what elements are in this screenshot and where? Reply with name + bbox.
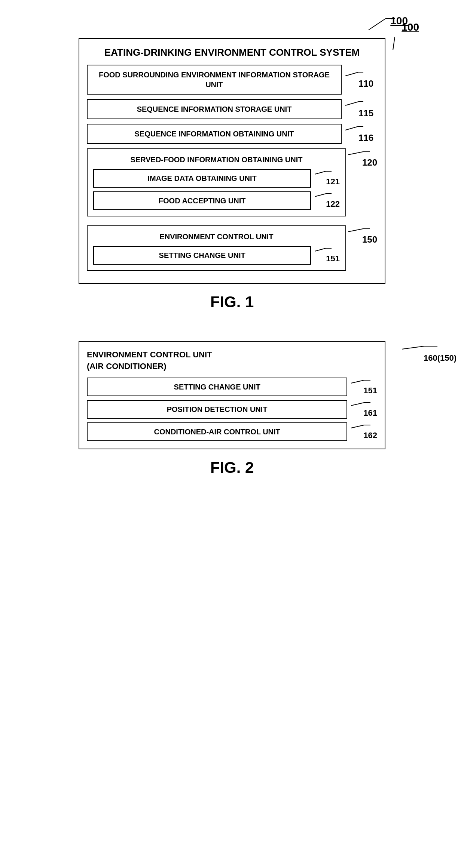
- svg-line-25: [402, 346, 424, 349]
- ref-num-151-fig1: 151: [326, 254, 340, 264]
- fig2-env-title: ENVIRONMENT CONTROL UNIT (AIR CONDITIONE…: [87, 349, 377, 372]
- svg-line-16: [348, 229, 363, 232]
- inner-row-122: FOOD ACCEPTING UNIT 122: [93, 191, 340, 210]
- svg-line-0: [369, 19, 385, 30]
- fig2-ref-162: 162: [363, 431, 377, 440]
- ref-num-116: 116: [358, 133, 377, 143]
- fig2-outer-box: ENVIRONMENT CONTROL UNIT (AIR CONDITIONE…: [79, 341, 385, 450]
- ref-num-110: 110: [358, 79, 377, 89]
- ref-num-150: 150: [362, 234, 377, 245]
- fig1-outer-box: EATING-DRINKING ENVIRONMENT CONTROL SYST…: [79, 38, 385, 284]
- fig1-section: 100 EATING-DRINKING ENVIRONMENT CONTROL …: [64, 15, 400, 326]
- svg-line-6: [345, 126, 358, 130]
- system-title: EATING-DRINKING ENVIRONMENT CONTROL SYST…: [87, 46, 377, 59]
- fig2-row-151: SETTING CHANGE UNIT 151: [87, 378, 377, 396]
- served-food-title: SERVED-FOOD INFORMATION OBTAINING UNIT: [93, 155, 340, 164]
- unit-row-110: FOOD SURROUNDING ENVIRONMENT INFORMATION…: [87, 65, 377, 95]
- inner-row-151: SETTING CHANGE UNIT 151: [93, 246, 340, 265]
- svg-line-2: [345, 72, 358, 76]
- ref-num-120: 120: [362, 157, 377, 168]
- svg-line-10: [315, 194, 326, 197]
- env-control-container: ENVIRONMENT CONTROL UNIT SETTING CHANGE …: [87, 225, 346, 271]
- svg-line-23: [351, 425, 364, 428]
- fig2-unit-161: POSITION DETECTION UNIT: [87, 400, 347, 419]
- svg-line-4: [345, 102, 358, 105]
- diagram-container: 100 EATING-DRINKING ENVIRONMENT CONTROL …: [64, 15, 400, 492]
- inner-row-121: IMAGE DATA OBTAINING UNIT 121: [93, 169, 340, 188]
- svg-line-21: [351, 403, 364, 406]
- unit-box-151-fig1: SETTING CHANGE UNIT: [93, 246, 311, 265]
- ref-num-121: 121: [326, 177, 340, 187]
- served-food-container: SERVED-FOOD INFORMATION OBTAINING UNIT I…: [87, 148, 346, 216]
- fig2-ref-161: 161: [363, 408, 377, 418]
- svg-line-14: [315, 248, 326, 251]
- fig2-row-162: CONDITIONED-AIR CONTROL UNIT 162: [87, 422, 377, 441]
- unit-box-121: IMAGE DATA OBTAINING UNIT: [93, 169, 311, 188]
- ref-num-122: 122: [326, 199, 340, 209]
- fig2-title: FIG. 2: [210, 459, 254, 477]
- fig2-ref-151: 151: [363, 386, 377, 395]
- unit-box-115: SEQUENCE INFORMATION STORAGE UNIT: [87, 99, 342, 119]
- unit-box-122: FOOD ACCEPTING UNIT: [93, 191, 311, 210]
- ref-100-line: [389, 33, 419, 54]
- svg-line-8: [315, 171, 326, 174]
- unit-row-116: SEQUENCE INFORMATION OBTAINING UNIT 116: [87, 124, 377, 144]
- fig2-connector-160: [402, 345, 439, 354]
- fig1-title: FIG. 1: [210, 293, 254, 311]
- fig2-unit-151: SETTING CHANGE UNIT: [87, 378, 347, 396]
- env-control-title: ENVIRONMENT CONTROL UNIT: [93, 232, 340, 241]
- ref-num-115: 115: [358, 108, 377, 118]
- fig2-ref-160: 160(150): [424, 353, 457, 363]
- svg-line-19: [351, 380, 364, 383]
- fig2-section: ENVIRONMENT CONTROL UNIT (AIR CONDITIONE…: [64, 341, 400, 492]
- ref-100: 100: [389, 21, 419, 33]
- unit-box-110: FOOD SURROUNDING ENVIRONMENT INFORMATION…: [87, 65, 342, 95]
- unit-box-116: SEQUENCE INFORMATION OBTAINING UNIT: [87, 124, 342, 144]
- svg-line-12: [348, 152, 363, 155]
- fig2-row-161: POSITION DETECTION UNIT 161: [87, 400, 377, 419]
- fig2-unit-162: CONDITIONED-AIR CONTROL UNIT: [87, 422, 347, 441]
- unit-row-115: SEQUENCE INFORMATION STORAGE UNIT 115: [87, 99, 377, 119]
- svg-line-18: [393, 37, 395, 50]
